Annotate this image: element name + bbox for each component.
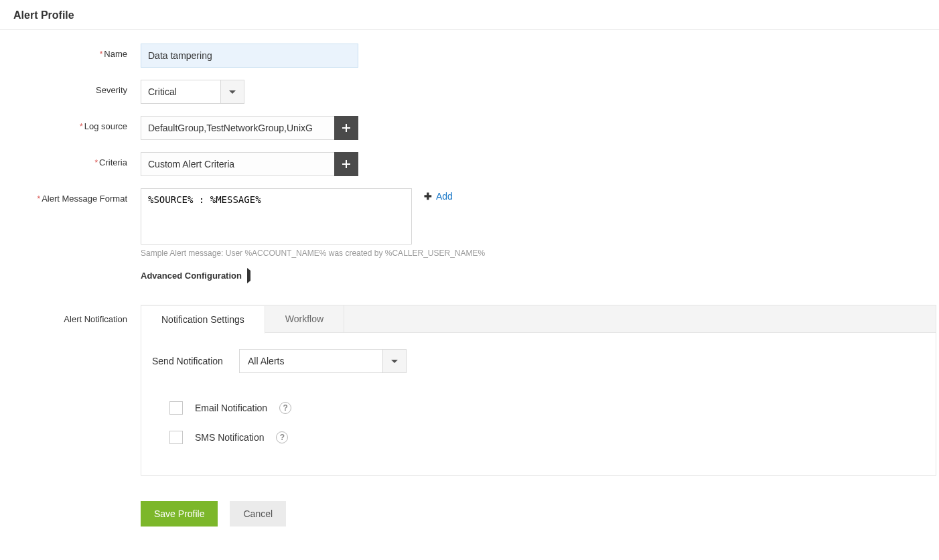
- row-severity: Severity Critical: [0, 80, 939, 104]
- chevron-down-icon: [391, 360, 398, 363]
- log-source-add-button[interactable]: [334, 116, 358, 140]
- plus-icon: ✚: [424, 191, 432, 202]
- save-button[interactable]: Save Profile: [141, 501, 218, 527]
- form-actions: Save Profile Cancel: [141, 501, 939, 527]
- label-email-notification: Email Notification: [195, 403, 267, 413]
- required-asterisk: *: [37, 194, 40, 204]
- row-send-notification: Send Notification All Alerts: [152, 349, 925, 373]
- row-email-notification: Email Notification ?: [169, 401, 925, 415]
- severity-select[interactable]: Critical: [141, 80, 244, 104]
- message-format-input[interactable]: [141, 188, 412, 244]
- chevron-down-icon: [229, 90, 236, 94]
- help-icon[interactable]: ?: [276, 431, 288, 443]
- plus-icon: [342, 159, 351, 169]
- required-asterisk: *: [80, 122, 83, 131]
- label-severity: Severity: [0, 80, 141, 95]
- svg-rect-1: [342, 127, 350, 129]
- plus-icon: [342, 123, 351, 133]
- send-notification-value: All Alerts: [239, 349, 382, 373]
- row-alert-notification: Alert Notification Notification Settings…: [0, 305, 939, 476]
- severity-dropdown-button[interactable]: [220, 80, 244, 104]
- add-variable-link[interactable]: ✚ Add: [424, 188, 453, 202]
- email-notification-checkbox[interactable]: [169, 401, 183, 415]
- row-criteria: *Criteria Custom Alert Criteria: [0, 152, 939, 176]
- criteria-value[interactable]: Custom Alert Criteria: [141, 152, 334, 176]
- log-source-picker: DefaultGroup,TestNetworkGroup,UnixG: [141, 116, 358, 140]
- row-message-format: *Alert Message Format ✚ Add Sample Alert…: [0, 188, 939, 258]
- sms-notification-checkbox[interactable]: [169, 431, 183, 444]
- tab-panel-notification-settings: Send Notification All Alerts Email Notif…: [141, 333, 936, 476]
- triangle-right-icon: [247, 271, 250, 281]
- help-icon[interactable]: ?: [279, 402, 291, 414]
- cancel-button[interactable]: Cancel: [230, 501, 286, 527]
- svg-rect-3: [342, 163, 350, 165]
- label-sms-notification: SMS Notification: [195, 432, 264, 443]
- send-notification-select[interactable]: All Alerts: [239, 349, 407, 373]
- row-sms-notification: SMS Notification ?: [169, 431, 925, 444]
- label-send-notification: Send Notification: [152, 356, 239, 366]
- criteria-picker: Custom Alert Criteria: [141, 152, 358, 176]
- label-criteria: *Criteria: [0, 152, 141, 167]
- row-log-source: *Log source DefaultGroup,TestNetworkGrou…: [0, 116, 939, 140]
- label-name: *Name: [0, 44, 141, 59]
- criteria-add-button[interactable]: [334, 152, 358, 176]
- sample-message-helper: Sample Alert message: User %ACCOUNT_NAME…: [141, 249, 609, 258]
- tab-notification-settings[interactable]: Notification Settings: [141, 306, 265, 334]
- send-notification-dropdown-button[interactable]: [382, 349, 407, 373]
- tab-strip: Notification Settings Workflow: [141, 305, 936, 333]
- page-title: Alert Profile: [0, 0, 939, 30]
- notification-tabs: Notification Settings Workflow Send Noti…: [141, 305, 936, 476]
- advanced-configuration-toggle[interactable]: Advanced Configuration: [141, 271, 250, 281]
- label-log-source: *Log source: [0, 116, 141, 131]
- severity-value: Critical: [141, 80, 220, 104]
- alert-profile-form: *Name Severity Critical *Log source Defa…: [0, 30, 939, 553]
- label-message-format: *Alert Message Format: [0, 188, 141, 204]
- required-asterisk: *: [100, 50, 103, 59]
- label-alert-notification: Alert Notification: [0, 305, 141, 324]
- row-name: *Name: [0, 44, 939, 68]
- required-asterisk: *: [94, 158, 98, 167]
- name-input[interactable]: [141, 44, 358, 68]
- log-source-value[interactable]: DefaultGroup,TestNetworkGroup,UnixG: [141, 116, 334, 140]
- tab-workflow[interactable]: Workflow: [265, 305, 344, 332]
